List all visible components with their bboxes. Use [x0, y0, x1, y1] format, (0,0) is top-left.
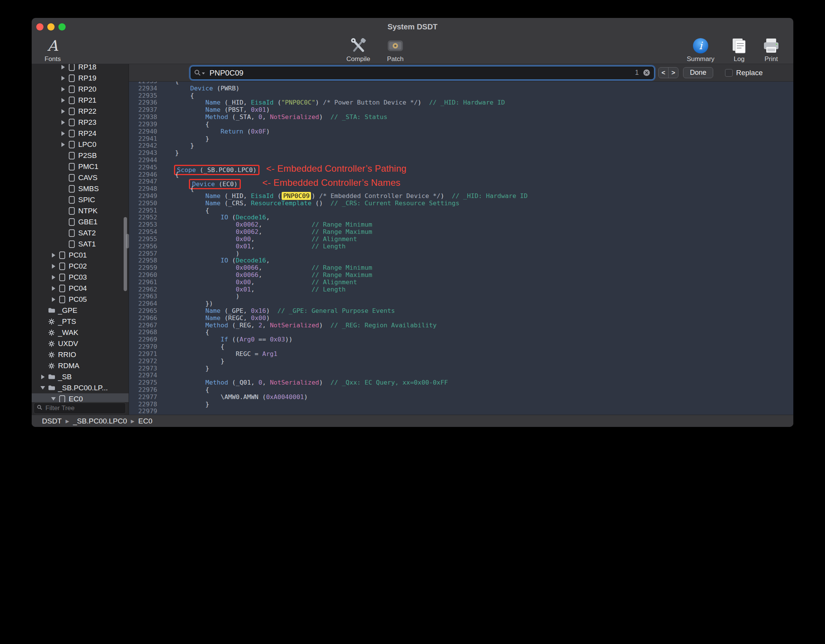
code-line[interactable]: 22954 0x0062, // Range Maximum [129, 229, 793, 236]
filter-field[interactable] [34, 402, 126, 414]
code-line[interactable]: 22940 Return (0x0F) [129, 128, 793, 135]
clear-search-button[interactable] [643, 69, 650, 76]
code-line[interactable]: 22972 } [129, 358, 793, 365]
code-line[interactable]: 22960 0x0066, // Range Maximum [129, 272, 793, 279]
code-line[interactable]: 22949 Name (_HID, EisaId (PNP0C09) /* Em… [129, 193, 793, 200]
search-options-caret-icon[interactable] [202, 72, 205, 74]
code-line[interactable]: 22978 } [129, 401, 793, 408]
code-line[interactable]: 22974 [129, 372, 793, 379]
tree-item--sb[interactable]: _SB [32, 371, 129, 382]
code-line[interactable]: 22961 0x00, // Alignment [129, 279, 793, 286]
disclosure-triangle-icon[interactable] [49, 253, 58, 258]
code-area[interactable]: 22933 {22934 Device (PWRB)22935 {22936 N… [129, 82, 793, 415]
code-line[interactable]: 22945 Scope (_SB.PC00.LPC0) <- Embedded … [129, 164, 793, 171]
code-line[interactable]: 22975 Method (_Q01, 0, NotSerialized) //… [129, 379, 793, 386]
fonts-button[interactable]: AFonts [35, 36, 70, 64]
tree-item-pmc1[interactable]: PMC1 [32, 161, 129, 172]
log-button[interactable]: Log [725, 36, 753, 64]
disclosure-triangle-icon[interactable] [59, 76, 67, 80]
patch-button[interactable]: Patch [379, 36, 412, 64]
tree-item-spic[interactable]: SPIC [32, 194, 129, 205]
filter-tree-input[interactable] [45, 404, 129, 412]
tree-item-ec0[interactable]: EC0 [32, 393, 129, 402]
code-line[interactable]: 22973 } [129, 365, 793, 372]
disclosure-triangle-icon[interactable] [59, 109, 67, 114]
code-line[interactable]: 22943 } [129, 150, 793, 157]
tree-item-pc05[interactable]: PC05 [32, 294, 129, 305]
code-line[interactable]: 22937 Name (PBST, 0x01) [129, 106, 793, 114]
disclosure-triangle-icon[interactable] [49, 397, 58, 401]
done-button[interactable]: Done [683, 67, 713, 78]
code-line[interactable]: 22964 }) [129, 300, 793, 308]
breadcrumb-item[interactable]: _SB.PC00.LPC0 [73, 417, 127, 425]
summary-button[interactable]: iSummary [680, 36, 721, 64]
breadcrumb-item[interactable]: DSDT [42, 417, 62, 425]
find-previous-button[interactable]: < [659, 68, 668, 78]
find-next-button[interactable]: > [668, 68, 678, 78]
code-line[interactable]: 22958 IO (Decode16, [129, 257, 793, 264]
tree-item-rrio[interactable]: RRIO [32, 349, 129, 360]
code-line[interactable]: 22966 Name (REGC, 0x00) [129, 315, 793, 322]
code-line[interactable]: 22979 [129, 408, 793, 415]
tree-item-sat1[interactable]: SAT1 [32, 238, 129, 250]
code-line[interactable]: 22942 } [129, 142, 793, 150]
tree-item-pc04[interactable]: PC04 [32, 283, 129, 294]
tree-item-rp23[interactable]: RP23 [32, 117, 129, 128]
tree-item-pc02[interactable]: PC02 [32, 261, 129, 272]
tree-item-uxdv[interactable]: UXDV [32, 338, 129, 349]
code-line[interactable]: 22967 Method (_REG, 2, NotSerialized) //… [129, 322, 793, 329]
code-line[interactable]: 22963 ) [129, 293, 793, 300]
code-line[interactable]: 22970 { [129, 343, 793, 351]
compile-button[interactable]: Compile [340, 36, 377, 64]
code-line[interactable]: 22969 If ((Arg0 == 0x03)) [129, 336, 793, 343]
search-field[interactable]: 1 [190, 66, 654, 80]
code-line[interactable]: 22947 Device (EC0) <- Embedded Controlle… [129, 178, 793, 185]
tree-item-p2sb[interactable]: P2SB [32, 150, 129, 161]
close-button[interactable] [36, 23, 44, 31]
tree-item-rdma[interactable]: RDMA [32, 360, 129, 371]
disclosure-triangle-icon[interactable] [49, 286, 58, 291]
code-line[interactable]: 22959 0x0066, // Range Minimum [129, 264, 793, 272]
disclosure-triangle-icon[interactable] [59, 120, 67, 125]
disclosure-triangle-icon[interactable] [59, 65, 67, 69]
breadcrumb-item[interactable]: EC0 [138, 417, 152, 425]
disclosure-triangle-icon[interactable] [39, 386, 47, 390]
code-line[interactable]: 22953 0x0062, // Range Minimum [129, 221, 793, 229]
tree-item-gbe1[interactable]: GBE1 [32, 216, 129, 227]
tree-item-ntpk[interactable]: NTPK [32, 205, 129, 216]
tree-item-cavs[interactable]: CAVS [32, 172, 129, 183]
disclosure-triangle-icon[interactable] [59, 142, 67, 147]
code-line[interactable]: 22936 Name (_HID, EisaId ("PNP0C0C") /* … [129, 99, 793, 106]
code-line[interactable]: 22952 IO (Decode16, [129, 214, 793, 221]
replace-checkbox[interactable] [725, 69, 733, 77]
code-line[interactable]: 22941 } [129, 135, 793, 143]
code-line[interactable]: 22955 0x00, // Alignment [129, 236, 793, 243]
tree-item--gpe[interactable]: _GPE [32, 305, 129, 316]
zoom-button[interactable] [58, 23, 66, 31]
code-line[interactable]: 22935 { [129, 92, 793, 100]
disclosure-triangle-icon[interactable] [39, 375, 47, 379]
tree-item-rp22[interactable]: RP22 [32, 106, 129, 117]
disclosure-triangle-icon[interactable] [49, 275, 58, 280]
disclosure-triangle-icon[interactable] [59, 98, 67, 103]
tree-item--wak[interactable]: _WAK [32, 327, 129, 338]
code-line[interactable]: 22977 \AMW0.AMWN (0xA0040001) [129, 394, 793, 401]
print-button[interactable]: Print [754, 36, 788, 64]
tree-item-rp21[interactable]: RP21 [32, 95, 129, 106]
tree-item-smbs[interactable]: SMBS [32, 183, 129, 194]
code-line[interactable]: 22944 [129, 157, 793, 164]
disclosure-triangle-icon[interactable] [49, 297, 58, 302]
code-line[interactable]: 22962 0x01, // Length [129, 286, 793, 293]
disclosure-triangle-icon[interactable] [49, 264, 58, 269]
tree-item-lpc0[interactable]: LPC0 [32, 139, 129, 150]
tree-item-pc03[interactable]: PC03 [32, 272, 129, 283]
code-line[interactable]: 22971 REGC = Arg1 [129, 351, 793, 358]
minimize-button[interactable] [47, 23, 55, 31]
sidebar-scrollbar[interactable] [124, 217, 127, 291]
code-line[interactable]: 22956 0x01, // Length [129, 243, 793, 250]
tree-item-rp18[interactable]: RP18 [32, 64, 129, 72]
tree-item--pts[interactable]: _PTS [32, 316, 129, 327]
tree-item-rp19[interactable]: RP19 [32, 72, 129, 84]
code-line[interactable]: 22968 { [129, 329, 793, 336]
tree-item-sat2[interactable]: SAT2 [32, 227, 129, 238]
